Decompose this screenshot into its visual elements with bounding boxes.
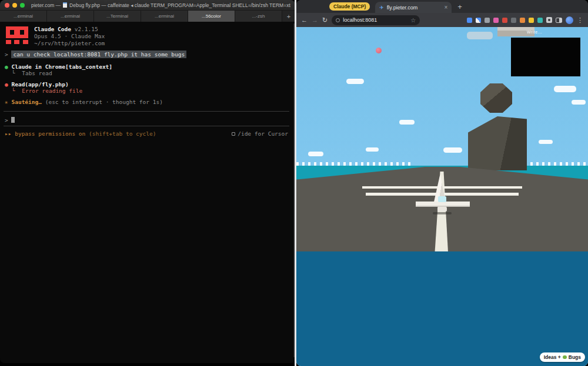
claude-code-logo-icon [6,26,28,44]
bypass-permissions-hint: (shift+tab to cycle) [89,130,156,137]
extensions-puzzle-icon[interactable] [546,17,552,23]
minimize-button[interactable] [12,3,17,8]
bugs-label: Bugs [569,354,581,360]
ideas-label: Ideas + [544,354,561,360]
extension-icon-5[interactable] [502,18,507,23]
airplane-shadow [433,212,452,214]
forward-icon[interactable]: → [312,17,318,23]
billboard-caption: Write... [527,30,542,34]
input-separator-bottom [4,126,289,126]
tab-fly-pieter-com[interactable]: ✈ fly.pieter.com × [375,2,452,13]
event-claude-in-chrome: ● Claude in Chrome[tabs_context] [5,63,112,70]
bypass-permissions-toggle[interactable]: ▸▸ bypass permissions on (shift+tab to c… [5,130,156,137]
ideas-bugs-button[interactable]: Ideas + Bugs [540,352,585,362]
terminal-tab-4[interactable]: ...erminal [141,11,188,22]
model-line: Opus 4.5 · Claude Max [34,33,105,39]
deep-water [296,251,588,366]
extensions-row: ⋮ [467,16,583,24]
status-word: Sautéing… [11,99,41,105]
terminal-tab-label: ...erminal [155,14,174,19]
cwd-line: ~/srv/http/pieter.com [34,40,105,46]
terminal-footer: ▸▸ bypass permissions on (shift+tab to c… [5,130,288,137]
reload-icon[interactable]: ↻ [322,17,328,23]
tab-claude-mcp[interactable]: Claude (MCP) [329,2,370,11]
tab-label: fly.pieter.com [387,5,442,11]
cloud [346,79,364,84]
user-command: can u check localhost:8081 fly.php it ha… [11,51,186,58]
airplane-fuselage [437,207,447,211]
event-detail: Tabs read [22,70,52,76]
cloud [443,147,462,153]
extension-icon-6[interactable] [511,18,516,23]
window-title-prefix: pieter.com — [31,2,61,8]
input-line[interactable]: > [5,117,15,123]
side-panel-icon[interactable] [556,18,562,23]
terminal-titlebar: pieter.com — Debug fly.php — caffeinate … [0,0,295,11]
event-title: Claude in Chrome[tabs_context] [11,63,112,70]
url-text: localhost:8081 [343,17,407,23]
cloud [467,32,493,39]
ide-for-cursor: /ide for Cursor [232,130,288,137]
app-version: v2.1.15 [75,26,98,32]
event-title: Read(app/fly.php) [11,81,68,88]
chevrons-icon: ▸▸ [5,130,11,137]
document-icon [63,2,67,8]
extension-icon-3[interactable] [485,18,490,23]
terminal-body[interactable]: Claude Code v2.1.15 Opus 4.5 · Claude Ma… [0,22,295,363]
cloud [399,120,415,125]
bug-icon [563,355,567,359]
extension-icon-8[interactable] [529,18,534,23]
airplane-canopy [438,196,446,202]
desktop: pieter.com — Debug fly.php — caffeinate … [0,0,588,366]
address-bar[interactable]: localhost:8081 ☆ [332,15,420,25]
profile-avatar[interactable] [566,16,573,24]
cloud [539,140,553,144]
terminal-tab-label: ...Terminal [106,14,128,19]
airplane-wings [416,202,470,207]
game-canvas[interactable]: Write... Ideas + Bugs [296,27,588,366]
extension-icon-1[interactable] [467,18,472,23]
terminal-new-tab-button[interactable]: + [282,11,295,22]
terminal-tab-6[interactable]: ...-zsh [235,11,282,22]
close-button[interactable] [5,3,9,8]
balloon [376,48,382,53]
extension-icon-2[interactable] [476,18,481,23]
terminal-tab-label: ...-zsh [252,14,265,19]
user-command-line: > can u check localhost:8081 fly.php it … [5,51,186,58]
zoom-button[interactable] [20,3,25,8]
cloud [366,147,379,152]
spinner-status-line: ✳ Sautéing… (esc to interrupt · thought … [5,99,163,105]
bypass-permissions-label: bypass permissions on [15,130,85,137]
input-separator-top [4,111,289,112]
extension-icon-9[interactable] [537,18,543,23]
bookmark-star-icon[interactable]: ☆ [410,17,416,23]
browser-navbar: ← → ↻ localhost:8081 ☆ [296,13,588,27]
app-title-line: Claude Code v2.1.15 [34,26,98,32]
terminal-tab-1[interactable]: ...erminal [0,11,47,22]
back-icon[interactable]: ← [301,17,308,23]
terminal-tab-label: ...56color [202,14,221,19]
ide-label: /ide for Cursor [238,130,288,137]
terminal-tab-bar: ...erminal ...erminal ...Terminal ...erm… [0,11,295,22]
airplane-favicon-icon: ✈ [379,5,384,11]
event-detail: Error reading file [22,88,82,94]
event-detail-tabs-read: └ Tabs read [12,70,52,76]
new-tab-button[interactable]: + [457,2,462,11]
app-name: Claude Code [34,26,71,32]
window-title-main: Debug fly.php — caffeinate ◂ claude TERM… [69,2,290,8]
close-tab-icon[interactable]: × [444,4,447,11]
event-detail-error: └ Error reading file [12,88,82,94]
site-info-icon[interactable] [336,18,340,22]
terminal-window: pieter.com — Debug fly.php — caffeinate … [0,0,295,363]
ide-icon [232,132,235,136]
extension-icon-4[interactable] [493,18,499,23]
text-cursor [11,117,15,123]
browser-tab-strip: Claude (MCP) ✈ fly.pieter.com × + [296,0,588,13]
terminal-tab-5-active[interactable]: ...56color [188,11,235,22]
terminal-tab-label: ...erminal [14,14,33,19]
extension-icon-7[interactable] [520,18,525,23]
menu-kebab-icon[interactable]: ⋮ [577,16,583,24]
terminal-tab-3[interactable]: ...Terminal [94,11,141,22]
terminal-tab-2[interactable]: ...erminal [47,11,94,22]
window-title: pieter.com — Debug fly.php — caffeinate … [31,2,290,8]
